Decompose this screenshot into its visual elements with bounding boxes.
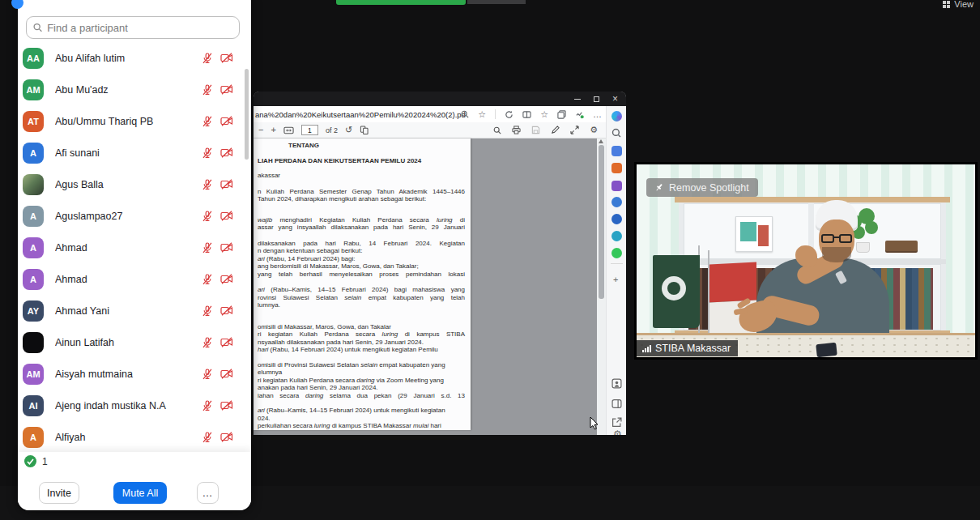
- remove-spotlight-button[interactable]: Remove Spotlight: [646, 178, 758, 197]
- participant-video-label: STIBA Makassar: [637, 340, 738, 356]
- pdf-text-line: TENTANG: [288, 142, 465, 150]
- pdf-text-line: dilaksanakan pada hari Rabu, 14 Februari…: [258, 240, 465, 248]
- pdf-text-line: ari (Rabu–Kamis, 14–15 Februari 2024) un…: [258, 407, 465, 415]
- pdf-document-text: TENTANGLIAH PERDANA DAN KEIKUTSERTAAN PE…: [258, 140, 465, 430]
- video-feed: Remove Spotlight STIBA Makassar: [637, 164, 975, 357]
- ready-count: 1: [42, 456, 48, 467]
- video-off-icon: [220, 369, 233, 379]
- participant-row[interactable]: A Aguslampao27: [18, 200, 251, 232]
- avatar: AT: [23, 111, 44, 132]
- split-screen-icon[interactable]: [522, 110, 531, 119]
- linkedin-icon[interactable]: [611, 214, 622, 224]
- sidebar-toggle-icon[interactable]: [611, 399, 622, 409]
- participant-row[interactable]: AA Abu Alifah lutim: [18, 42, 251, 74]
- m365-app-icon[interactable]: [611, 181, 622, 191]
- participant-name: Ahmad: [55, 242, 202, 254]
- refresh-icon[interactable]: [505, 110, 513, 119]
- messenger-icon[interactable]: [611, 231, 622, 241]
- minimize-icon[interactable]: [574, 99, 581, 100]
- avatar: A: [23, 237, 44, 258]
- whatsapp-icon[interactable]: [611, 248, 622, 258]
- favorites-icon[interactable]: ☆: [540, 110, 548, 119]
- participant-row[interactable]: A Ahmad: [18, 232, 251, 263]
- print-icon[interactable]: [512, 126, 521, 134]
- zoom-in-icon[interactable]: +: [271, 126, 275, 134]
- favorite-star-icon[interactable]: ☆: [478, 110, 486, 119]
- remove-spotlight-label: Remove Spotlight: [669, 182, 749, 194]
- participant-row[interactable]: AM Aisyah mutmaina: [18, 358, 251, 390]
- participant-search[interactable]: [26, 16, 240, 39]
- profile-sidebar-icon[interactable]: [611, 378, 622, 389]
- participant-row[interactable]: Agus Balla: [18, 168, 251, 200]
- sidebar-settings-gear-icon[interactable]: ⚙: [613, 428, 622, 435]
- maximize-icon[interactable]: [594, 96, 599, 102]
- copilot-icon[interactable]: [611, 111, 622, 121]
- raised-status: 1: [24, 455, 48, 467]
- browser-essentials-icon[interactable]: [575, 110, 584, 119]
- pdf-text-line: iahan secara daring selama dua pekan (29…: [258, 392, 465, 400]
- participant-row[interactable]: A Alfiyah: [18, 421, 251, 452]
- zoom-out-icon[interactable]: −: [258, 126, 263, 134]
- panel-more-button[interactable]: …: [197, 482, 219, 504]
- settings-more-icon[interactable]: …: [593, 110, 602, 119]
- rotate-icon[interactable]: ↺: [345, 126, 352, 134]
- book: [885, 241, 918, 251]
- mic-muted-icon: [202, 305, 213, 317]
- search-input[interactable]: [47, 22, 232, 34]
- collections-icon[interactable]: [557, 110, 566, 119]
- flag-emblem: [662, 276, 686, 300]
- save-icon[interactable]: [531, 126, 540, 134]
- search-icon: [33, 23, 42, 32]
- pdf-scrollbar-thumb[interactable]: [599, 145, 604, 299]
- pdf-text-line: lumnya.: [258, 301, 465, 309]
- sidebar-search-icon[interactable]: [611, 128, 622, 139]
- pdf-text-line: ri kegiatan Kuliah Perdana secara daring…: [258, 377, 465, 385]
- view-button[interactable]: View: [943, 0, 974, 11]
- pdf-text-line: ri kegiatan Kuliah Perdana secara luring…: [258, 330, 465, 339]
- draw-icon[interactable]: [551, 126, 560, 134]
- glasses: [820, 234, 853, 244]
- shopping-icon[interactable]: [611, 146, 622, 156]
- participant-row[interactable]: A Afi sunani: [18, 137, 251, 168]
- pdf-search-icon[interactable]: [493, 126, 501, 134]
- participant-row[interactable]: AT Abu/Ummu Thariq PB: [18, 105, 251, 137]
- mic-muted-icon: [202, 116, 213, 127]
- mic-muted-icon: [202, 369, 213, 380]
- browser-window: × ana%20dan%20Keikutsertaan%20Pemilu%202…: [254, 92, 626, 435]
- participant-row[interactable]: A Ahmad: [18, 263, 251, 295]
- url-text: ana%20dan%20Keikutsertaan%20Pemilu%20202…: [254, 110, 466, 119]
- close-icon[interactable]: ×: [612, 95, 618, 103]
- address-bar[interactable]: ana%20dan%20Keikutsertaan%20Pemilu%20202…: [254, 106, 626, 122]
- mic-muted-icon: [202, 337, 213, 348]
- fit-to-page-icon[interactable]: [283, 126, 294, 134]
- smartphone: [816, 343, 837, 357]
- participant-name: Aisyah mutmaina: [55, 369, 202, 380]
- participant-name: Aguslampao27: [55, 211, 202, 222]
- scroll-up-arrow-icon[interactable]: [599, 139, 603, 143]
- office-app-icon[interactable]: [611, 163, 622, 173]
- pdf-text-line: Tahun 2024, diharapkan mengikuti arahan …: [258, 195, 465, 203]
- page-count-label: of 2: [326, 126, 338, 134]
- participant-row[interactable]: AY Ahmad Yani: [18, 295, 251, 326]
- panel-scrollbar[interactable]: [245, 69, 249, 160]
- page-number-input[interactable]: 1: [301, 125, 318, 135]
- participant-row[interactable]: AM Abu Mu'adz: [18, 74, 251, 105]
- mute-all-button[interactable]: Mute All: [113, 482, 167, 504]
- open-external-icon[interactable]: [611, 417, 622, 428]
- page-zoom-icon[interactable]: [461, 110, 469, 118]
- participant-row[interactable]: AI Ajeng indah mustika N.A: [18, 390, 251, 421]
- invite-button[interactable]: Invite: [39, 482, 79, 504]
- pdf-settings-gear-icon[interactable]: ⚙: [590, 126, 598, 134]
- pdf-text-line: n dengan ketentuan sebagai berikut:: [258, 247, 465, 255]
- pdf-viewport[interactable]: TENTANGLIAH PERDANA DAN KEIKUTSERTAAN PE…: [254, 139, 606, 435]
- participant-name: Abu Alifah lutim: [55, 53, 202, 64]
- pdf-text-line: rovinsi Sulawesi Selatan selain empat ka…: [258, 294, 465, 302]
- outlook-icon[interactable]: [611, 197, 622, 207]
- add-app-icon[interactable]: +: [613, 275, 618, 284]
- participant-row[interactable]: Ainun Latifah: [18, 326, 251, 358]
- page-view-icon[interactable]: [360, 126, 369, 134]
- video-tile[interactable]: Remove Spotlight STIBA Makassar: [634, 162, 978, 360]
- fit-width-icon[interactable]: [570, 126, 579, 134]
- avatar: [23, 332, 44, 353]
- pdf-scrollbar[interactable]: [597, 139, 606, 435]
